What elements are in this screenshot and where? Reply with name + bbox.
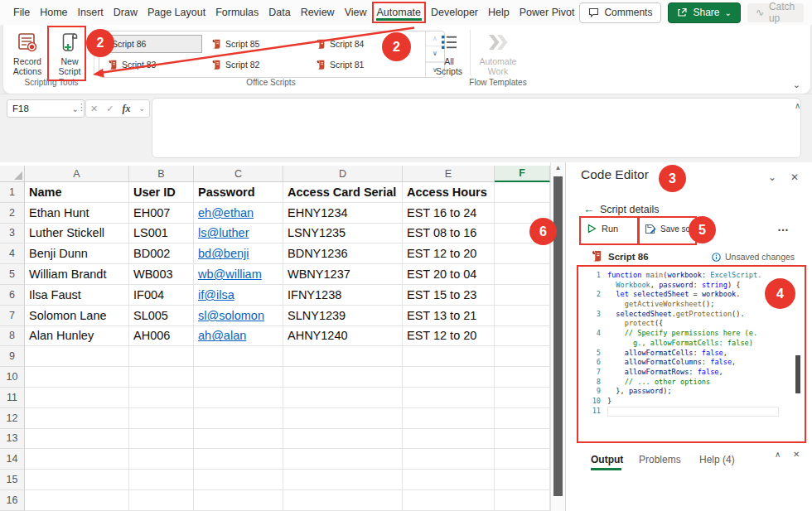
fx-dropdown-icon[interactable]: ⌄ xyxy=(138,104,145,113)
cell-D12[interactable] xyxy=(283,408,403,429)
cell-D1[interactable]: Access Card Serial xyxy=(283,182,403,203)
cell-D16[interactable] xyxy=(283,490,403,511)
menu-tab-page-layout[interactable]: Page Layout xyxy=(143,2,210,23)
menu-tab-file[interactable]: File xyxy=(8,2,35,23)
scrollbar-up-icon[interactable]: ▲ xyxy=(551,164,565,171)
cell-A8[interactable]: Alan Hunley xyxy=(25,326,129,347)
formula-input[interactable] xyxy=(152,98,801,158)
gallery-item-script-86[interactable]: Script 86 xyxy=(104,35,202,53)
cell-A7[interactable]: Solomon Lane xyxy=(25,306,129,326)
sheet-vertical-scrollbar[interactable]: ▲ xyxy=(550,162,565,511)
cell-C7[interactable]: sl@solomon xyxy=(194,306,283,326)
row-header-11[interactable]: 11 xyxy=(0,388,25,408)
gallery-item-script-81[interactable]: Script 81 xyxy=(312,55,410,74)
cell-E7[interactable]: EST 13 to 21 xyxy=(403,306,495,326)
cell-B3[interactable]: LS001 xyxy=(129,224,194,244)
column-header-d[interactable]: D xyxy=(283,166,403,182)
menu-tab-draw[interactable]: Draw xyxy=(109,2,143,23)
gallery-item-script-82[interactable]: Script 82 xyxy=(208,55,306,74)
cell-B10[interactable] xyxy=(129,367,194,388)
cell-E4[interactable]: EST 12 to 20 xyxy=(403,243,495,264)
cell-C10[interactable] xyxy=(194,367,283,388)
column-header-c[interactable]: C xyxy=(194,166,283,182)
row-header-12[interactable]: 12 xyxy=(0,408,25,429)
cell-A6[interactable]: Ilsa Faust xyxy=(25,285,129,306)
menu-tab-power-pivot[interactable]: Power Pivot xyxy=(515,2,580,23)
menu-tab-review[interactable]: Review xyxy=(296,2,340,23)
cell-D8[interactable]: AHNY1240 xyxy=(283,326,403,347)
row-header-15[interactable]: 15 xyxy=(0,470,25,490)
cell-C4[interactable]: bd@benji xyxy=(194,243,283,264)
save-script-button[interactable]: Save script xyxy=(645,224,701,234)
panel-chevron-down-icon[interactable]: ⌄ xyxy=(768,171,776,183)
more-options-icon[interactable]: … xyxy=(777,220,789,234)
column-header-e[interactable]: E xyxy=(403,166,495,182)
cell-C11[interactable] xyxy=(194,388,283,408)
cell-F14[interactable] xyxy=(495,449,550,470)
code-line[interactable]: 11 xyxy=(579,407,805,417)
cell-C9[interactable] xyxy=(194,346,283,367)
cell-E9[interactable] xyxy=(403,346,495,367)
code-line[interactable]: 5 allowFormatCells: false, xyxy=(579,349,805,359)
cell-E6[interactable]: EST 15 to 23 xyxy=(403,285,495,306)
gallery-item-script-85[interactable]: Script 85 xyxy=(208,35,306,53)
cell-B14[interactable] xyxy=(129,449,194,470)
cell-D4[interactable]: BDNY1236 xyxy=(283,243,403,264)
cell-B11[interactable] xyxy=(129,388,194,408)
enter-icon[interactable]: ✓ xyxy=(106,104,114,114)
cell-F8[interactable] xyxy=(495,326,550,347)
cell-F10[interactable] xyxy=(495,367,550,388)
insert-function-icon[interactable]: fx xyxy=(122,103,130,115)
cell-C15[interactable] xyxy=(194,470,283,490)
column-header-b[interactable]: B xyxy=(129,166,194,182)
menu-tab-help[interactable]: Help xyxy=(483,2,515,23)
cell-A11[interactable] xyxy=(25,388,129,408)
row-header-13[interactable]: 13 xyxy=(0,429,25,450)
row-header-16[interactable]: 16 xyxy=(0,490,25,511)
cell-A16[interactable] xyxy=(25,490,129,511)
cell-E1[interactable]: Access Hours xyxy=(403,182,495,203)
row-header-2[interactable]: 2 xyxy=(0,203,25,224)
cell-E13[interactable] xyxy=(403,429,495,450)
code-line[interactable]: 7 allowFormatRows: false, xyxy=(579,368,805,378)
column-header-a[interactable]: A xyxy=(25,166,129,182)
cell-E11[interactable] xyxy=(403,388,495,408)
row-header-10[interactable]: 10 xyxy=(0,367,25,388)
cell-A14[interactable] xyxy=(25,449,129,470)
cell-A13[interactable] xyxy=(25,429,129,450)
cell-C13[interactable] xyxy=(194,429,283,450)
select-all-corner[interactable] xyxy=(0,166,25,182)
cell-B6[interactable]: IF004 xyxy=(129,285,194,306)
code-scrollbar-thumb[interactable] xyxy=(795,355,800,393)
cell-C8[interactable]: ah@alan xyxy=(194,326,283,347)
panel-tab-problems[interactable]: Problems xyxy=(639,454,681,465)
scrollbar-thumb[interactable] xyxy=(553,176,563,496)
cell-B13[interactable] xyxy=(129,429,194,450)
cell-A4[interactable]: Benji Dunn xyxy=(25,243,129,264)
cell-A12[interactable] xyxy=(25,408,129,429)
cell-B16[interactable] xyxy=(129,490,194,511)
cell-C2[interactable]: eh@ethan xyxy=(194,203,283,224)
cell-F6[interactable] xyxy=(495,285,550,306)
cell-A2[interactable]: Ethan Hunt xyxy=(25,203,129,224)
cell-F7[interactable] xyxy=(495,306,550,326)
cell-D3[interactable]: LSNY1235 xyxy=(283,224,403,244)
row-header-3[interactable]: 3 xyxy=(0,224,25,244)
cell-C3[interactable]: ls@luther xyxy=(194,224,283,244)
panel-tab-help-4-[interactable]: Help (4) xyxy=(699,454,735,465)
cell-B4[interactable]: BD002 xyxy=(129,243,194,264)
cell-C1[interactable]: Password xyxy=(194,182,283,203)
cell-F2[interactable] xyxy=(495,203,550,224)
code-line[interactable]: 1function main(workbook: ExcelScript. xyxy=(579,271,805,281)
row-header-7[interactable]: 7 xyxy=(0,306,25,326)
cell-E3[interactable]: EST 08 to 16 xyxy=(403,224,495,244)
row-header-14[interactable]: 14 xyxy=(0,449,25,470)
cell-B15[interactable] xyxy=(129,470,194,490)
cell-E16[interactable] xyxy=(403,490,495,511)
cell-E14[interactable] xyxy=(403,449,495,470)
cell-B8[interactable]: AH006 xyxy=(129,326,194,347)
code-line[interactable]: 4 // Specify permissions here (e. xyxy=(579,329,805,339)
menu-tab-formulas[interactable]: Formulas xyxy=(210,2,263,23)
cell-D6[interactable]: IFNY1238 xyxy=(283,285,403,306)
code-line[interactable]: g., allowFormatCells: false) xyxy=(579,339,805,349)
